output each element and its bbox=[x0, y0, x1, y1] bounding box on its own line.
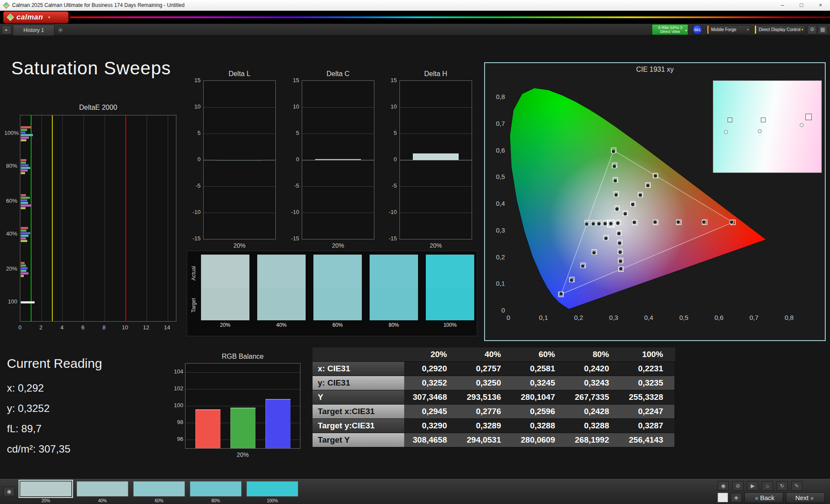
current-reading: Current Reading x: 0,292 y: 0,3252 fL: 8… bbox=[7, 356, 102, 459]
edit-button[interactable]: ✎ bbox=[791, 481, 802, 491]
swatch-label: 40% bbox=[257, 322, 306, 328]
play-button[interactable]: ▶ bbox=[747, 481, 758, 491]
deltae-bar bbox=[21, 162, 26, 164]
tab-history-1[interactable]: History 1 bbox=[13, 25, 54, 35]
thumb-label: 80% bbox=[190, 498, 242, 503]
deltae-bar bbox=[21, 202, 28, 204]
meter-select-button[interactable]: X-Rite i1Pro 3 Direct View ▾ bbox=[652, 24, 688, 35]
deltae-bar bbox=[21, 275, 24, 277]
settings-button[interactable]: ⚙ bbox=[808, 25, 817, 34]
cell-value: 0,2776 bbox=[458, 405, 512, 418]
measured-point bbox=[570, 278, 574, 282]
deltae-bar bbox=[21, 126, 31, 128]
cell-value: 293,5136 bbox=[458, 390, 512, 404]
table-row: Target y:CIE310,32900,32890,32880,32880,… bbox=[313, 419, 675, 433]
svg-text:0: 0 bbox=[507, 314, 510, 321]
y-tick-label: 100 bbox=[4, 298, 17, 305]
y-tick-label: -5 bbox=[287, 182, 299, 189]
measured-point bbox=[654, 174, 658, 178]
swatch-thumb[interactable] bbox=[190, 481, 242, 497]
actual-swatch bbox=[257, 255, 306, 287]
add-tab-button[interactable]: + bbox=[57, 26, 64, 33]
row-label: Target y:CIE31 bbox=[313, 419, 404, 433]
deltae-bar bbox=[21, 272, 29, 274]
swatch-thumb[interactable] bbox=[246, 481, 298, 497]
eye-button[interactable]: ◉ bbox=[718, 481, 729, 491]
maximize-button[interactable]: □ bbox=[792, 0, 811, 11]
measured-point bbox=[618, 250, 622, 254]
deltae-bar bbox=[21, 265, 26, 267]
svg-text:0,2: 0,2 bbox=[574, 314, 583, 321]
y-tick-label: -5 bbox=[385, 182, 397, 189]
minimize-button[interactable]: – bbox=[773, 0, 792, 11]
y-tick-label: -15 bbox=[188, 235, 201, 242]
next-button[interactable]: Next» bbox=[786, 492, 825, 503]
meter-view-button[interactable]: ◈ bbox=[731, 493, 742, 502]
trash-button[interactable]: ⊘ bbox=[732, 481, 744, 491]
measured-point bbox=[730, 220, 734, 224]
deltae-bar bbox=[21, 230, 26, 232]
meter-line2: Direct View bbox=[652, 30, 688, 34]
page-title: Saturation Sweeps bbox=[11, 58, 171, 79]
cell-value: 307,3468 bbox=[404, 390, 458, 404]
swatch-column bbox=[426, 255, 474, 320]
window-titlebar: Calman 2025 Calman Ultimate for Business… bbox=[0, 0, 830, 11]
svg-text:0,1: 0,1 bbox=[539, 314, 548, 321]
deltae-bar bbox=[21, 235, 29, 237]
refresh-button[interactable]: ↻ bbox=[776, 481, 788, 491]
y-tick-label: 20% bbox=[4, 265, 17, 272]
grid-line bbox=[302, 213, 374, 213]
grid-line bbox=[204, 134, 275, 134]
swatch-label: 20% bbox=[201, 322, 249, 328]
deltae-bar bbox=[21, 129, 27, 131]
deltaL-xlabel: 20% bbox=[203, 242, 276, 249]
inset-measured-circle bbox=[758, 129, 762, 133]
swatch-thumb[interactable] bbox=[20, 481, 72, 497]
display-control-dropdown[interactable]: Direct Display Control ▾ bbox=[754, 25, 805, 34]
measured-point bbox=[617, 232, 621, 236]
back-button[interactable]: «Back bbox=[744, 492, 783, 503]
y-tick-label: 0 bbox=[188, 156, 201, 163]
row-label: Y bbox=[313, 390, 404, 404]
actual-swatch bbox=[426, 255, 474, 287]
calman-menu-button[interactable]: calman ▾ bbox=[3, 12, 68, 23]
swatch-thumb[interactable] bbox=[77, 481, 128, 497]
swatch-thumb[interactable] bbox=[133, 481, 185, 497]
svg-text:0,4: 0,4 bbox=[496, 200, 505, 207]
cell-value: 0,2428 bbox=[566, 405, 620, 418]
thumb-label: 40% bbox=[77, 498, 128, 503]
source-dropdown[interactable]: Mobile Forge ▾ bbox=[707, 25, 751, 34]
bar-group bbox=[21, 301, 35, 304]
display-settings-button[interactable]: ▦ bbox=[818, 25, 827, 34]
y-tick-label: 40% bbox=[4, 230, 17, 237]
deltaC-bar bbox=[315, 159, 361, 160]
display-white-button[interactable] bbox=[718, 493, 728, 502]
y-tick-label: 10 bbox=[287, 103, 299, 110]
target-swatch bbox=[370, 287, 418, 320]
deltae-bar bbox=[21, 267, 28, 269]
measured-point bbox=[702, 220, 706, 224]
deltaC-title: Delta C bbox=[302, 70, 374, 78]
rgb-title: RGB Balance bbox=[185, 353, 300, 360]
cell-value: 0,3250 bbox=[458, 376, 512, 390]
cell-value: 0,3288 bbox=[566, 419, 620, 433]
rgb-bar-green bbox=[230, 408, 255, 448]
reference-line bbox=[52, 115, 53, 321]
target-swatch bbox=[426, 287, 474, 320]
swatch-label: 100% bbox=[426, 322, 474, 328]
grid-line bbox=[185, 372, 300, 373]
grid-line bbox=[62, 115, 63, 321]
main-content: Saturation Sweeps DeltaE 2000 0246810121… bbox=[0, 35, 830, 479]
thumb-label: 100% bbox=[246, 498, 298, 503]
eye-button[interactable]: ◉ bbox=[3, 487, 15, 496]
cell-value: 256,4143 bbox=[620, 433, 674, 447]
measured-point bbox=[613, 179, 617, 182]
deltaH-plot bbox=[399, 80, 472, 239]
home-button[interactable]: ⌂ bbox=[762, 481, 773, 491]
y-tick-label: 5 bbox=[188, 130, 201, 136]
measured-point bbox=[623, 212, 627, 216]
y-tick-label: 100% bbox=[4, 130, 17, 136]
close-button[interactable]: × bbox=[811, 0, 830, 11]
history-panel-toggle[interactable]: ▸ bbox=[2, 25, 11, 34]
inset-target-square bbox=[761, 118, 766, 122]
